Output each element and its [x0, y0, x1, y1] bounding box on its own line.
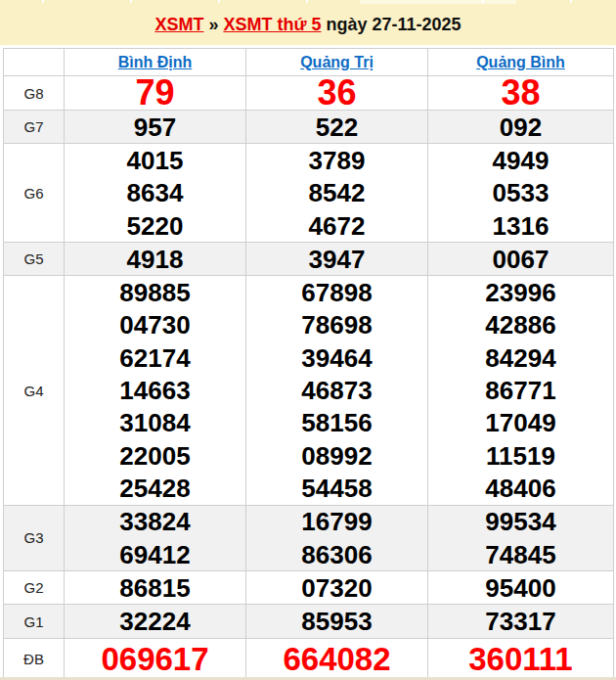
results-table: Bình Định Quảng Trị Quảng Bình G8793638G…	[3, 48, 614, 680]
tab-divider	[306, 0, 308, 3]
prize-value: 4918	[65, 243, 245, 275]
prize-cell: 1679986306	[246, 505, 428, 571]
prize-cell: 494905331316	[428, 144, 614, 243]
tab-divider	[482, 0, 484, 3]
prize-value: 3789	[246, 144, 427, 176]
prize-cell: 07320	[246, 571, 428, 605]
prize-label: G3	[4, 505, 65, 571]
prize-row-g4: G489885047306217414663310842200525428678…	[4, 276, 614, 505]
prize-value: 78698	[246, 309, 427, 341]
prize-cell: 89885047306217414663310842200525428	[65, 276, 246, 505]
prize-row-g6: G6401586345220378985424672494905331316	[4, 144, 614, 243]
prize-value: 31084	[65, 407, 245, 439]
prize-row-g7: G7957522092	[4, 111, 614, 144]
prize-value: 0067	[428, 243, 613, 275]
prize-value: 48406	[428, 472, 613, 504]
top-tabs-strip	[0, 0, 616, 4]
prize-value: 89885	[65, 276, 245, 308]
prize-row-g8: G8793638	[4, 76, 614, 111]
prize-label: ĐB	[4, 638, 65, 680]
xsmt-thu5-link[interactable]: XSMT thứ 5	[223, 15, 321, 35]
prize-cell: 957	[65, 111, 246, 144]
prize-row-g3: G3338246941216799863069953474845	[4, 505, 614, 571]
prize-value: 11519	[428, 439, 613, 472]
prize-row-db: ĐB069617664082360111	[4, 638, 614, 680]
prize-label: G4	[4, 276, 65, 505]
prize-cell: 73317	[428, 605, 614, 638]
prize-cell: 23996428868429486771170491151948406	[428, 276, 614, 505]
prize-cell: 0067	[428, 243, 614, 276]
prize-value: 39464	[246, 341, 427, 374]
prize-value: 86306	[246, 538, 427, 570]
prize-value: 14663	[65, 374, 245, 406]
prize-cell: 86815	[65, 571, 246, 605]
prize-value: 32224	[65, 605, 245, 637]
results-tbody: G8793638G7957522092G64015863452203789854…	[4, 76, 614, 680]
prize-value: 957	[65, 111, 245, 143]
prize-row-g2: G2868150732095400	[4, 571, 614, 605]
prize-cell: 3947	[246, 243, 428, 276]
tab-divider	[130, 0, 132, 3]
xsmt-link[interactable]: XSMT	[154, 15, 203, 35]
prize-value: 25428	[65, 472, 245, 504]
prize-label: G1	[4, 605, 65, 638]
prize-value: 38	[428, 76, 613, 110]
prize-value: 67898	[246, 276, 427, 308]
prize-value: 08992	[246, 439, 427, 472]
prize-cell: 85953	[246, 605, 428, 638]
tab-divider	[42, 0, 44, 3]
prize-cell: 401586345220	[65, 144, 246, 243]
prize-value: 8634	[65, 177, 245, 209]
prize-value: 69412	[65, 538, 245, 570]
prize-label: G7	[4, 111, 65, 144]
prize-value: 86815	[65, 571, 245, 604]
prize-row-g5: G5491839470067	[4, 243, 614, 276]
prize-value: 86771	[428, 374, 613, 406]
prize-value: 79	[65, 76, 245, 110]
prize-cell: 79	[65, 76, 246, 111]
prize-cell: 378985424672	[246, 144, 428, 243]
prize-label: G6	[4, 144, 65, 243]
prize-value: 46873	[246, 374, 427, 406]
prize-value: 17049	[428, 407, 613, 439]
prize-value: 85953	[246, 605, 427, 637]
prize-cell: 3382469412	[65, 505, 246, 571]
title-banner: XSMT » XSMT thứ 5 ngày 27-11-2025	[0, 4, 616, 45]
top-tab-active	[360, 0, 516, 4]
prize-value: 092	[428, 111, 613, 143]
quang-binh-link[interactable]: Quảng Bình	[476, 54, 565, 70]
prize-value: 95400	[428, 571, 613, 604]
prize-value: 4672	[246, 209, 427, 242]
prize-row-g1: G1322248595373317	[4, 605, 614, 638]
prize-cell: 32224	[65, 605, 246, 638]
prize-value: 4015	[65, 144, 245, 176]
prize-cell: 95400	[428, 571, 614, 605]
prize-value: 62174	[65, 341, 245, 374]
prize-cell: 092	[428, 111, 614, 144]
prize-value: 8542	[246, 177, 427, 209]
prize-label: G8	[4, 76, 65, 111]
prize-value: 3947	[246, 243, 427, 275]
tab-divider	[570, 0, 572, 3]
prize-value: 22005	[65, 439, 245, 472]
quang-tri-link[interactable]: Quảng Trị	[300, 54, 374, 70]
prize-value: 0533	[428, 177, 613, 209]
prize-value: 33824	[65, 506, 245, 538]
prize-value: 36	[246, 76, 427, 110]
prize-value: 99534	[428, 506, 613, 538]
title-date: ngày 27-11-2025	[321, 15, 461, 35]
prize-value: 522	[246, 111, 427, 143]
prize-cell: 67898786983946446873581560899254458	[246, 276, 428, 505]
prize-label: G2	[4, 571, 65, 605]
prize-value: 360111	[428, 639, 613, 680]
prize-cell: 360111	[428, 638, 614, 680]
prize-value: 07320	[246, 571, 427, 604]
prize-cell: 36	[246, 76, 428, 111]
prize-cell: 664082	[246, 638, 428, 680]
prize-value: 23996	[428, 276, 613, 308]
prize-cell: 38	[428, 76, 614, 111]
prize-value: 54458	[246, 472, 427, 504]
binh-dinh-link[interactable]: Bình Định	[118, 54, 193, 70]
prize-value: 16799	[246, 506, 427, 538]
prize-value: 1316	[428, 209, 613, 242]
